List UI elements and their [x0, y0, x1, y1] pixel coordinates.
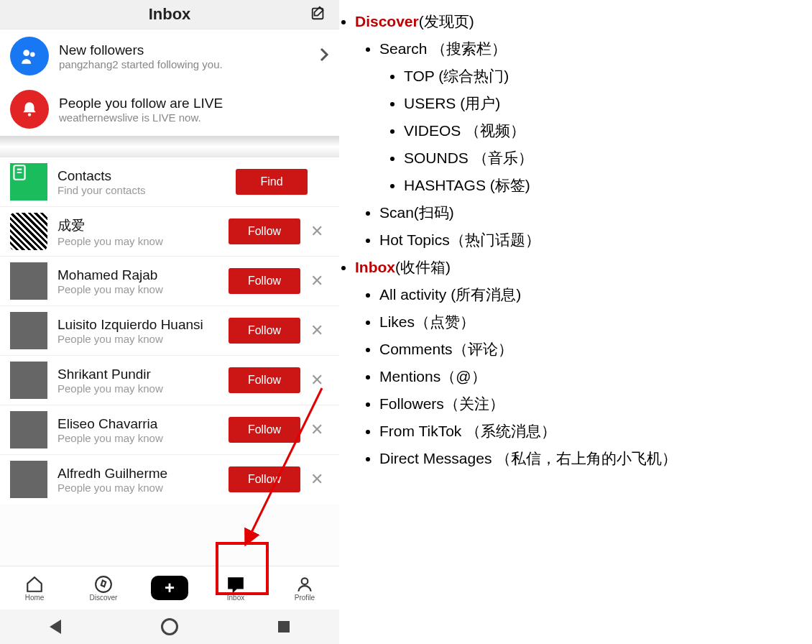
- live-title: People you follow are LIVE: [59, 96, 329, 111]
- avatar: [10, 262, 47, 300]
- inbox-header: Inbox: [355, 259, 395, 275]
- outline-item: Comments（评论）: [379, 339, 812, 359]
- suggest-name: Luisito Izquierdo Huansi: [57, 317, 229, 333]
- android-nav-bar: [0, 610, 339, 644]
- live-row[interactable]: People you follow are LIVE weathernewsli…: [0, 83, 339, 136]
- suggest-sub: People you may know: [57, 382, 229, 395]
- dismiss-icon[interactable]: ✕: [300, 272, 329, 290]
- avatar-qr: [10, 213, 47, 250]
- bell-icon: [10, 90, 49, 129]
- avatar: [10, 362, 47, 399]
- suggest-sub: People you may know: [57, 482, 229, 494]
- new-followers-title: New followers: [59, 42, 319, 58]
- suggest-name: 成爱: [57, 216, 229, 235]
- outline-item: Followers（关注）: [379, 394, 812, 414]
- screen-glare: [0, 136, 339, 157]
- tab-home[interactable]: Home: [13, 575, 56, 602]
- suggest-sub: People you may know: [57, 235, 229, 247]
- suggest-sub: People you may know: [57, 283, 229, 295]
- avatar: [10, 411, 47, 448]
- chevron-right-icon: [319, 47, 329, 65]
- suggest-sub: People you may know: [57, 333, 229, 345]
- svg-point-3: [28, 113, 31, 116]
- avatar: [10, 461, 47, 498]
- page-title: Inbox: [29, 5, 310, 24]
- contacts-icon: [10, 163, 47, 201]
- tab-label: Profile: [295, 594, 315, 602]
- outline-item: Likes（点赞）: [379, 312, 812, 332]
- suggest-row: Mohamed Rajab People you may know Follow…: [0, 257, 339, 305]
- discover-header: Discover: [355, 13, 419, 29]
- outline-inbox: Inbox(收件箱) All activity (所有消息) Likes（点赞）…: [355, 257, 812, 469]
- home-nav-icon[interactable]: [161, 618, 178, 635]
- svg-point-1: [23, 50, 29, 56]
- tab-label: Discover: [90, 594, 118, 602]
- contacts-row: Contacts Find your contacts Find: [0, 157, 339, 206]
- outline-item: All activity (所有消息): [379, 285, 812, 305]
- suggest-row: Luisito Izquierdo Huansi People you may …: [0, 306, 339, 355]
- suggest-name: Mohamed Rajab: [57, 267, 229, 283]
- svg-point-5: [96, 576, 111, 592]
- compose-icon[interactable]: [310, 5, 326, 24]
- suggest-name: Alfredh Guilherme: [57, 466, 229, 482]
- outline-panel: Discover(发现页) Search （搜索栏） TOP (综合热门) US…: [339, 0, 812, 644]
- outline-item: TOP (综合热门): [404, 66, 812, 86]
- outline-item: SOUNDS （音乐）: [404, 148, 812, 168]
- tab-create[interactable]: +: [151, 576, 188, 600]
- outline-search: Search （搜索栏） TOP (综合热门) USERS (用户) VIDEO…: [379, 39, 812, 196]
- suggest-name: Shrikant Pundir: [57, 367, 229, 382]
- outline-item: Hot Topics（热门话题）: [379, 230, 812, 250]
- outline-item: HASHTAGS (标签): [404, 175, 812, 196]
- inbox-title-bar: Inbox: [0, 0, 339, 29]
- outline-item: Mentions（@）: [379, 367, 812, 387]
- new-followers-sub: pangzhang2 started following you.: [59, 58, 319, 70]
- compass-icon: [94, 575, 113, 594]
- dismiss-icon[interactable]: ✕: [300, 321, 329, 340]
- outline-item: Direct Messages （私信，右上角的小飞机）: [379, 448, 812, 469]
- outline-item: VIDEOS （视频）: [404, 121, 812, 141]
- live-sub: weathernewslive is LIVE now.: [59, 111, 329, 124]
- outline-item: From TikTok （系统消息）: [379, 421, 812, 441]
- back-icon[interactable]: [50, 620, 61, 634]
- plus-icon: +: [165, 578, 175, 598]
- follow-button[interactable]: Follow: [229, 318, 300, 344]
- profile-icon: [295, 575, 314, 594]
- avatar: [10, 312, 47, 349]
- followers-icon: [10, 37, 49, 75]
- tab-bar: Home Discover + Inbox Profile: [0, 566, 339, 610]
- recents-icon[interactable]: [278, 621, 290, 632]
- svg-line-7: [246, 388, 322, 543]
- home-icon: [25, 575, 44, 594]
- outline-discover: Discover(发现页) Search （搜索栏） TOP (综合热门) US…: [355, 12, 812, 250]
- new-followers-row[interactable]: New followers pangzhang2 started followi…: [0, 29, 339, 83]
- pointer-arrow: [239, 385, 326, 550]
- find-button[interactable]: Find: [236, 169, 308, 195]
- follow-button[interactable]: Follow: [229, 268, 300, 294]
- dismiss-icon[interactable]: ✕: [300, 222, 329, 241]
- tab-discover[interactable]: Discover: [82, 575, 125, 602]
- suggest-name: Eliseo Chavarria: [57, 416, 229, 432]
- inbox-highlight-box: [216, 542, 269, 595]
- svg-point-6: [302, 578, 308, 584]
- suggest-row: 成爱 People you may know Follow ✕: [0, 207, 339, 256]
- outline-item: USERS (用户): [404, 93, 812, 114]
- contacts-title: Contacts: [57, 168, 236, 184]
- tab-label: Home: [25, 594, 45, 602]
- suggest-sub: People you may know: [57, 432, 229, 444]
- tab-profile[interactable]: Profile: [283, 575, 326, 602]
- svg-point-2: [30, 52, 35, 58]
- contacts-sub: Find your contacts: [57, 184, 236, 196]
- follow-button[interactable]: Follow: [229, 218, 300, 244]
- outline-item: Scan(扫码): [379, 203, 812, 223]
